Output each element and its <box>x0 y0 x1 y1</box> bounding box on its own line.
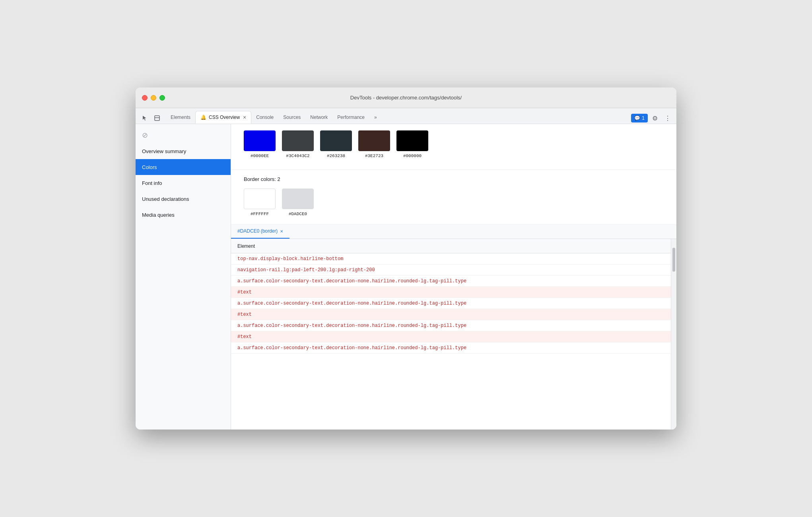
more-options-icon[interactable]: ⋮ <box>662 113 673 124</box>
traffic-lights <box>142 95 165 101</box>
element-panel: #DADCE0 (border) × Element top-nav.displ… <box>231 225 676 430</box>
window-title: DevTools - developer.chrome.com/tags/dev… <box>350 95 462 101</box>
border-swatch-ffffff[interactable]: #FFFFFF <box>244 189 276 216</box>
table-row[interactable]: a.surface.color-secondary-text.decoratio… <box>231 276 671 287</box>
tab-performance[interactable]: Performance <box>332 111 369 124</box>
devtools-icons <box>139 113 163 124</box>
tab-bar-actions: 💬 1 ⚙ ⋮ <box>631 113 673 124</box>
maximize-window-button[interactable] <box>159 95 165 101</box>
chat-badge-button[interactable]: 💬 1 <box>631 114 648 122</box>
table-row[interactable]: #text <box>231 331 671 342</box>
color-swatch-3c4043[interactable]: #3C4043C2 <box>282 130 314 158</box>
table-header: Element <box>231 239 671 253</box>
table-row[interactable]: a.surface.color-secondary-text.decoratio… <box>231 320 671 331</box>
cursor-icon[interactable] <box>139 113 150 124</box>
vertical-scrollbar[interactable] <box>671 239 676 430</box>
element-text-5: #text <box>237 312 252 317</box>
element-text-8: a.surface.color-secondary-text.decoratio… <box>237 345 466 351</box>
close-window-button[interactable] <box>142 95 148 101</box>
tabs-list: Elements 🔔 CSS Overview × Console Source… <box>166 111 631 124</box>
devtools-window: DevTools - developer.chrome.com/tags/dev… <box>136 87 676 430</box>
dock-icon[interactable] <box>152 113 163 124</box>
border-colors-section: Border colors: 2 #FFFFFF #DADCE0 <box>231 170 676 225</box>
css-overview-icon: 🔔 <box>200 115 206 120</box>
table-row[interactable]: navigation-rail.lg:pad-left-200.lg:pad-r… <box>231 264 671 276</box>
color-swatch-3e2723[interactable]: #3E2723 <box>358 130 390 158</box>
element-text-7: #text <box>237 334 252 340</box>
tab-bar: Elements 🔔 CSS Overview × Console Source… <box>136 108 676 124</box>
swatch-darkblue <box>320 130 352 151</box>
color-label-3: #3E2723 <box>365 154 383 158</box>
sidebar-item-overview-summary[interactable]: Overview summary <box>136 143 231 159</box>
swatch-blue <box>244 130 276 151</box>
tab-elements[interactable]: Elements <box>166 111 195 124</box>
table-row[interactable]: top-nav.display-block.hairline-bottom <box>231 253 671 264</box>
panel-tab-close-icon[interactable]: × <box>280 228 283 234</box>
sidebar-item-media-queries[interactable]: Media queries <box>136 207 231 223</box>
element-text-4: a.surface.color-secondary-text.decoratio… <box>237 301 466 306</box>
tab-sources[interactable]: Sources <box>278 111 305 124</box>
color-swatch-0000ee[interactable]: #0000EE <box>244 130 276 158</box>
panel-tab-bar: #DADCE0 (border) × <box>231 225 676 239</box>
table-row[interactable]: a.surface.color-secondary-text.decoratio… <box>231 342 671 354</box>
border-swatches-list: #FFFFFF #DADCE0 <box>244 189 664 216</box>
table-row[interactable]: a.surface.color-secondary-text.decoratio… <box>231 298 671 309</box>
tab-network[interactable]: Network <box>305 111 332 124</box>
color-swatches-list: #0000EE #3C4043C2 #263238 #3E2723 <box>244 130 664 158</box>
tab-console[interactable]: Console <box>251 111 278 124</box>
swatch-darkbrown <box>358 130 390 151</box>
sidebar-item-font-info[interactable]: Font info <box>136 175 231 191</box>
table-row[interactable]: #text <box>231 287 671 298</box>
color-label-1: #3C4043C2 <box>286 154 309 158</box>
element-text-1: navigation-rail.lg:pad-left-200.lg:pad-r… <box>237 267 375 273</box>
elements-table: Element top-nav.display-block.hairline-b… <box>231 239 671 430</box>
more-tabs-icon: » <box>374 115 377 120</box>
swatch-black <box>396 130 428 151</box>
title-bar: DevTools - developer.chrome.com/tags/dev… <box>136 87 676 108</box>
swatch-white <box>244 189 276 209</box>
minimize-window-button[interactable] <box>151 95 156 101</box>
tab-css-overview[interactable]: 🔔 CSS Overview × <box>195 111 251 124</box>
content-panel: #0000EE #3C4043C2 #263238 #3E2723 <box>231 124 676 430</box>
element-text-2: a.surface.color-secondary-text.decoratio… <box>237 278 466 284</box>
sidebar-item-unused-declarations[interactable]: Unused declarations <box>136 191 231 207</box>
border-swatch-dadce0[interactable]: #DADCE0 <box>282 189 314 216</box>
panel-tab-dadce0[interactable]: #DADCE0 (border) × <box>231 225 289 239</box>
color-swatch-263238[interactable]: #263238 <box>320 130 352 158</box>
element-text-6: a.surface.color-secondary-text.decoratio… <box>237 323 466 328</box>
sidebar: ⊘ Overview summary Colors Font info Unus… <box>136 124 231 430</box>
scrollbar-handle[interactable] <box>672 248 675 272</box>
element-text-3: #text <box>237 290 252 295</box>
text-colors-section: #0000EE #3C4043C2 #263238 #3E2723 <box>231 124 676 170</box>
color-swatch-000000[interactable]: #000000 <box>396 130 428 158</box>
border-colors-title: Border colors: 2 <box>244 176 664 182</box>
svg-rect-0 <box>155 116 159 121</box>
color-label-0: #0000EE <box>251 154 269 158</box>
table-wrapper: Element top-nav.display-block.hairline-b… <box>231 239 676 430</box>
settings-icon[interactable]: ⚙ <box>649 113 660 124</box>
chat-icon: 💬 <box>634 115 640 121</box>
css-overview-close-icon[interactable]: × <box>243 114 246 121</box>
main-content: ⊘ Overview summary Colors Font info Unus… <box>136 124 676 430</box>
table-row[interactable]: #text <box>231 309 671 320</box>
swatch-lightgray <box>282 189 314 209</box>
border-color-label-0: #FFFFFF <box>251 212 269 216</box>
scrollbar-track <box>672 240 676 429</box>
element-text-0: top-nav.display-block.hairline-bottom <box>237 256 343 262</box>
border-color-label-1: #DADCE0 <box>289 212 307 216</box>
sidebar-item-colors[interactable]: Colors <box>136 159 231 175</box>
color-label-2: #263238 <box>327 154 345 158</box>
color-label-4: #000000 <box>403 154 422 158</box>
tab-more[interactable]: » <box>369 111 382 124</box>
sidebar-item-disabled: ⊘ <box>136 127 231 143</box>
swatch-darkgray <box>282 130 314 151</box>
